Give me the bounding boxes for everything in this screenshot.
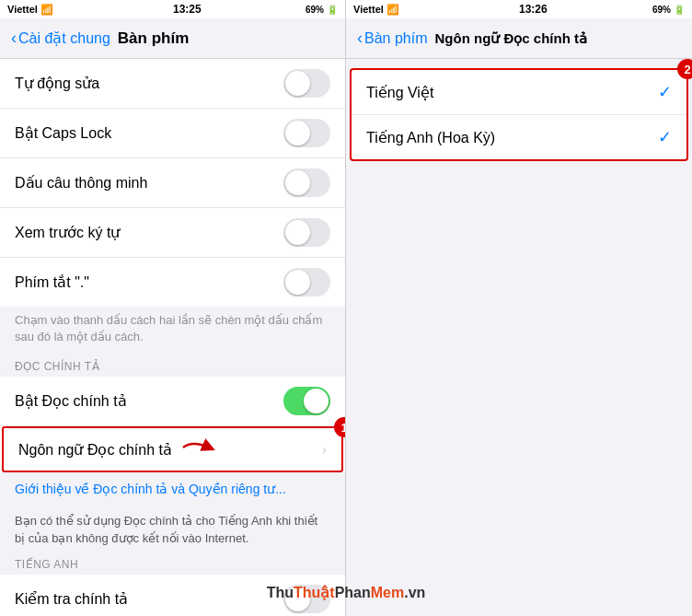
left-label-smart-punct: Dấu câu thông minh xyxy=(15,174,147,192)
left-row-spell-check[interactable]: Kiểm tra chính tả xyxy=(0,575,345,616)
left-toggle-char-preview[interactable] xyxy=(283,218,330,247)
left-row-shortcut[interactable]: Phím tắt "." xyxy=(0,258,345,307)
left-row-lang-container: Ngôn ngữ Đọc chính tả xyxy=(0,426,345,472)
left-chevron-icon: ‹ xyxy=(11,29,17,48)
left-label-shortcut: Phím tắt "." xyxy=(15,273,89,291)
left-status-right: 69% 🔋 xyxy=(306,5,338,15)
left-info-text: Bạn có thể sử dụng Đọc chính tả cho Tiến… xyxy=(0,506,345,552)
left-english-group: Kiểm tra chính tả xyxy=(0,575,345,616)
right-lang-container: Tiếng Việt ✓ Tiếng Anh (Hoa Kỳ) ✓ 2 xyxy=(350,68,688,161)
left-toggle-spell-check[interactable] xyxy=(283,585,330,613)
left-status-bar: Viettel 📶 13:25 69% 🔋 xyxy=(0,0,345,18)
left-row-lang-dictation[interactable]: Ngôn ngữ Đọc chính tả xyxy=(2,426,343,472)
left-battery-icon: 🔋 xyxy=(327,5,338,15)
left-lang-label-group: Ngôn ngữ Đọc chính tả xyxy=(18,438,218,460)
left-lang-right-group: › xyxy=(322,442,327,457)
left-section-header-dictation: ĐỌC CHÍNH TẢ xyxy=(0,354,345,377)
left-row-caps-lock[interactable]: Bật Caps Lock xyxy=(0,109,345,158)
left-toggle-knob-smart-punct xyxy=(285,170,310,195)
left-row-char-preview[interactable]: Xem trước ký tự xyxy=(0,208,345,258)
right-back-label: Bàn phím xyxy=(364,30,427,47)
left-nav-bar: ‹ Cài đặt chung Bàn phím xyxy=(0,18,345,59)
right-checkmark-english: ✓ xyxy=(658,127,672,147)
left-toggle-group: Tự động sửa Bật Caps Lock Dấu câu thông … xyxy=(0,59,345,307)
left-toggle-knob-auto-fix xyxy=(285,71,310,96)
right-lang-label-viet: Tiếng Việt xyxy=(366,84,433,101)
left-row-auto-fix[interactable]: Tự động sửa xyxy=(0,59,345,109)
left-arrow-annotation xyxy=(181,438,218,460)
left-label-auto-fix: Tự động sửa xyxy=(15,75,99,92)
left-wifi-icon: 📶 xyxy=(40,4,53,16)
right-lang-row-viet[interactable]: Tiếng Việt ✓ xyxy=(352,70,686,115)
left-label-enable-dictation: Bật Đọc chính tả xyxy=(15,392,127,410)
left-nav-back[interactable]: ‹ Cài đặt chung xyxy=(11,29,110,48)
left-toggle-knob-spell-check xyxy=(285,587,310,611)
left-toggle-enable-dictation[interactable] xyxy=(283,387,330,415)
left-toggle-knob-enable-dictation xyxy=(304,389,329,413)
left-toggle-caps-lock[interactable] xyxy=(283,119,330,147)
right-status-bar: Viettel 📶 13:26 69% 🔋 xyxy=(346,0,692,18)
right-carrier: Viettel xyxy=(353,4,384,15)
left-toggle-knob-caps-lock xyxy=(285,121,310,145)
right-time: 13:26 xyxy=(519,3,548,16)
right-status-right: 69% 🔋 xyxy=(652,5,685,15)
right-lang-label-english: Tiếng Anh (Hoa Kỳ) xyxy=(366,129,495,146)
right-badge-2: 2 xyxy=(677,59,692,79)
left-toggle-auto-fix[interactable] xyxy=(283,69,330,98)
right-lang-row-english[interactable]: Tiếng Anh (Hoa Kỳ) ✓ xyxy=(352,115,686,159)
left-dictation-group: Bật Đọc chính tả Ngôn ngữ Đọc chính tả xyxy=(0,377,345,472)
left-status-left: Viettel 📶 xyxy=(7,4,53,16)
left-battery: 69% xyxy=(306,5,324,15)
right-nav-back[interactable]: ‹ Bàn phím xyxy=(357,29,427,48)
left-nav-title: Bàn phím xyxy=(118,29,189,48)
right-lang-list: Tiếng Việt ✓ Tiếng Anh (Hoa Kỳ) ✓ xyxy=(350,68,688,161)
right-battery: 69% xyxy=(652,5,671,15)
right-chevron-icon: ‹ xyxy=(357,29,363,48)
left-label-spell-check: Kiểm tra chính tả xyxy=(15,590,128,608)
left-toggle-knob-char-preview xyxy=(285,220,310,245)
left-label-caps-lock: Bật Caps Lock xyxy=(15,124,111,142)
left-label-char-preview: Xem trước ký tự xyxy=(15,224,120,241)
left-toggle-knob-shortcut xyxy=(285,270,310,295)
right-nav-title: Ngôn ngữ Đọc chính tả xyxy=(434,30,586,47)
left-back-label: Cài đặt chung xyxy=(18,29,110,47)
right-battery-icon: 🔋 xyxy=(674,5,685,15)
left-arrow-svg xyxy=(181,438,218,457)
right-status-left: Viettel 📶 xyxy=(353,4,399,16)
left-label-lang-dictation: Ngôn ngữ Đọc chính tả xyxy=(18,441,172,459)
left-shortcut-footer: Chạm vào thanh dấu cách hai lần sẽ chèn … xyxy=(0,307,345,354)
right-nav-bar: ‹ Bàn phím Ngôn ngữ Đọc chính tả xyxy=(346,18,692,59)
left-chevron-lang: › xyxy=(322,442,327,457)
left-toggle-smart-punct[interactable] xyxy=(283,169,330,197)
left-settings-list: Tự động sửa Bật Caps Lock Dấu câu thông … xyxy=(0,59,345,616)
left-toggle-shortcut[interactable] xyxy=(283,268,330,296)
left-time: 13:25 xyxy=(173,3,202,16)
left-panel: Viettel 📶 13:25 69% 🔋 ‹ Cài đặt chung Bà… xyxy=(0,0,346,616)
left-row-enable-dictation[interactable]: Bật Đọc chính tả xyxy=(0,377,345,426)
left-link-text[interactable]: Giới thiệu về Đọc chính tả và Quyền riên… xyxy=(0,472,345,506)
left-row-smart-punct[interactable]: Dấu câu thông minh xyxy=(0,158,345,208)
right-wifi-icon: 📶 xyxy=(386,4,399,16)
left-section-header-english: TIẾNG ANH xyxy=(0,552,345,575)
right-panel: Viettel 📶 13:26 69% 🔋 ‹ Bàn phím Ngôn ng… xyxy=(346,0,692,616)
right-checkmark-viet: ✓ xyxy=(658,82,672,102)
left-carrier: Viettel xyxy=(7,4,38,15)
